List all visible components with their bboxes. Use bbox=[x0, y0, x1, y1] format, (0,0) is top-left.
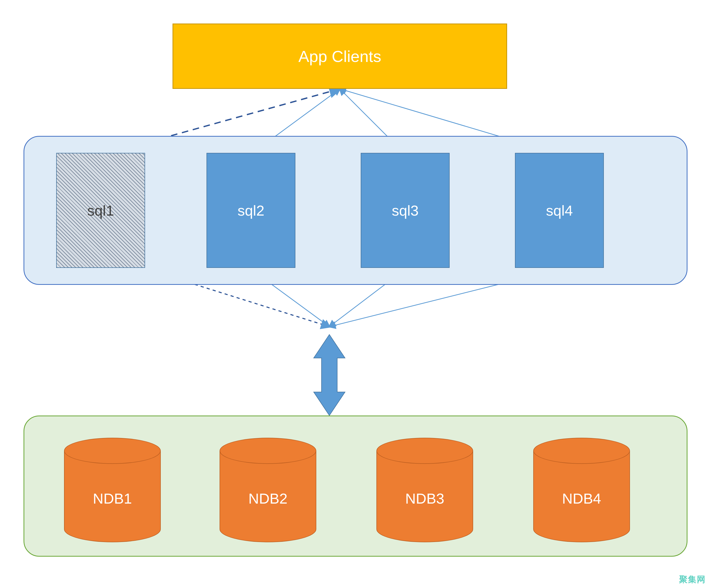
ndb-node-ndb3: NDB3 bbox=[376, 438, 473, 537]
ndb-node-ndb1: NDB1 bbox=[64, 438, 161, 537]
sql-node-sql3: sql3 bbox=[361, 153, 450, 268]
app-clients-label: App Clients bbox=[298, 47, 381, 66]
sql-node-label: sql2 bbox=[238, 202, 264, 219]
ndb-node-label: NDB3 bbox=[376, 490, 473, 507]
sql-node-label: sql4 bbox=[546, 202, 573, 219]
sql-node-sql1: sql1 bbox=[56, 153, 145, 268]
ndb-node-label: NDB1 bbox=[64, 490, 161, 507]
ndb-node-label: NDB4 bbox=[533, 490, 630, 507]
ndb-node-ndb4: NDB4 bbox=[533, 438, 630, 537]
sql-node-sql4: sql4 bbox=[515, 153, 604, 268]
ndb-node-ndb2: NDB2 bbox=[220, 438, 316, 537]
ndb-node-label: NDB2 bbox=[220, 490, 316, 507]
sql-node-label: sql3 bbox=[392, 202, 419, 219]
sql-node-sql2: sql2 bbox=[207, 153, 295, 268]
app-clients-box: App Clients bbox=[173, 23, 507, 89]
sql-node-label: sql1 bbox=[87, 202, 114, 219]
watermark-text: 聚集网 bbox=[679, 574, 706, 585]
bidirectional-arrow-icon bbox=[314, 334, 345, 415]
